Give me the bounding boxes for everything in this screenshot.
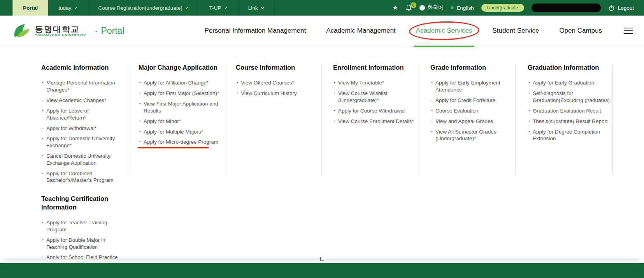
section-title: Major Change Application (139, 63, 221, 72)
external-link-icon: ↗ (74, 5, 77, 11)
tab-course-registration[interactable]: Course Registration(undergraduate) ↗ (88, 0, 199, 16)
role-badge: Undergraduate (481, 4, 524, 12)
academic-services-mega-menu: Academic Information Manage Personal Inf… (0, 46, 644, 259)
logo-separator-dot: · (95, 28, 97, 36)
column-divider (419, 63, 419, 176)
active-nav-underline (414, 46, 475, 47)
column-divider (612, 63, 613, 176)
menu-item[interactable]: Apply for Early Graduation (528, 79, 610, 86)
top-utility-bar: Portal tuday ↗ Course Registration(under… (0, 0, 644, 16)
menu-item[interactable]: Apply for School Field Practice (41, 254, 124, 259)
section-title: Grade Information (430, 63, 513, 72)
menu-item[interactable]: Apply for Affiliation Change* (139, 79, 221, 86)
tab-tuday[interactable]: tuday ↗ (48, 0, 88, 16)
nav-open-campus[interactable]: Open Campus (559, 16, 602, 46)
menu-column-graduation-information: Graduation Information Apply for Early G… (528, 63, 625, 259)
tab-link-dropdown[interactable]: Link (238, 0, 275, 16)
external-link-icon: ↗ (224, 5, 228, 11)
menu-column-course-information: Course Information View Offered Courses*… (236, 63, 333, 259)
menu-item[interactable]: Apply for Leave of Absence/Return* (41, 107, 124, 121)
tab-t-up[interactable]: T-UP ↗ (199, 0, 238, 16)
menu-item[interactable]: View My Timetable* (333, 79, 416, 86)
logo-portal-label: Portal (101, 26, 124, 36)
university-logo-icon (12, 23, 31, 39)
nav-student-service[interactable]: Student Service (492, 16, 539, 46)
section-title: Graduation Information (528, 63, 610, 72)
menu-item[interactable]: Apply for Multiple Majors* (139, 128, 221, 135)
column-divider (515, 63, 516, 176)
menu-item[interactable]: Apply for First Major (Selection)* (139, 90, 221, 97)
column-divider (128, 63, 128, 176)
menu-item[interactable]: View Course Wishlist (Undergraduate)* (333, 90, 416, 104)
menu-item[interactable]: Apply for Withdrawal* (41, 125, 124, 132)
main-header: 동명대학교 TONGMYONG UNIVERSITY · Portal Pers… (0, 16, 644, 46)
chevron-down-icon (261, 7, 265, 9)
menu-item[interactable]: View All Semester Grades (Undergraduate)… (430, 128, 513, 143)
language-korean-label: 한국어 (428, 4, 444, 11)
logo-portal-suffix: · Portal (95, 26, 124, 36)
external-link-icon: ↗ (185, 5, 189, 11)
column-divider (321, 63, 322, 176)
menu-item[interactable]: Course Evaluation (430, 107, 513, 114)
section-title: Course Information (236, 63, 318, 72)
language-english-button[interactable]: English (451, 5, 474, 11)
logo-korean-name: 동명대학교 (35, 25, 86, 33)
portal-tabs: Portal tuday ↗ Course Registration(under… (12, 0, 275, 16)
menu-item[interactable]: Apply for Early Employment Attendance (430, 79, 513, 93)
column-divider (225, 63, 225, 176)
language-inactive-icon (419, 5, 425, 11)
section-title: Teaching Certification Information (41, 195, 124, 211)
university-logo[interactable]: 동명대학교 TONGMYONG UNIVERSITY · Portal (12, 23, 125, 39)
menu-item[interactable]: Manage Personal Information Changes* (41, 79, 124, 93)
menu-column-grade-information: Grade Information Apply for Early Employ… (430, 63, 528, 259)
logout-button[interactable]: Logout (608, 5, 634, 11)
redacted-username (532, 4, 601, 12)
nav-academic-services[interactable]: Academic Services (416, 16, 472, 46)
menu-item[interactable]: View Offered Courses* (236, 79, 318, 86)
menu-hamburger-icon[interactable] (624, 28, 633, 34)
menu-item[interactable]: Apply for Teacher Training Program (41, 219, 124, 233)
menu-item[interactable]: View Curriculum History (236, 90, 318, 97)
menu-item[interactable]: Self-diagnosis for Graduation(Excluding … (528, 90, 610, 104)
logo-english-name: TONGMYONG UNIVERSITY (35, 33, 86, 37)
tab-portal[interactable]: Portal (12, 0, 48, 16)
favorites-star-icon[interactable]: ★ (393, 5, 398, 11)
nav-personal-information-management[interactable]: Personal Information Management (204, 16, 306, 46)
menu-column-major-change-application: Major Change Application Apply for Affil… (139, 63, 236, 259)
main-navigation: Personal Information Management Academic… (204, 16, 602, 46)
logo-text: 동명대학교 TONGMYONG UNIVERSITY (35, 25, 86, 37)
menu-item[interactable]: View Course Enrollment Details* (333, 118, 416, 125)
menu-item[interactable]: Apply for Combined Bachelor's/Master's P… (41, 170, 124, 184)
language-korean-button[interactable]: 한국어 (419, 4, 444, 11)
notifications-button[interactable]: 0 (405, 4, 412, 12)
menu-column-enrollment-information: Enrollment Information View My Timetable… (333, 63, 430, 259)
menu-item[interactable]: Apply for Minor* (139, 118, 221, 125)
footer-bar (0, 263, 644, 278)
menu-bottom-handle (320, 257, 324, 261)
menu-item[interactable]: Apply for Degree Completion Extension (528, 128, 610, 143)
menu-item[interactable]: Apply for Course Withdrawal (333, 107, 416, 114)
annotation-red-underline (137, 147, 209, 148)
logout-label: Logout (618, 5, 634, 11)
menu-item[interactable]: View Academic Changes* (41, 97, 124, 104)
menu-item[interactable]: Cancel Domestic University Exchange Appl… (41, 153, 124, 167)
topbar-right-cluster: ★ 0 한국어 English Undergraduate Logout (393, 0, 644, 16)
menu-item[interactable]: Graduation Evaluation Result (528, 107, 610, 114)
menu-item[interactable]: Apply for Credit Forfeiture (430, 97, 513, 104)
power-icon (608, 5, 615, 11)
section-title: Enrollment Information (333, 63, 416, 72)
menu-item[interactable]: View and Appeal Grades (430, 118, 513, 125)
language-active-icon (451, 6, 454, 9)
menu-item[interactable]: Apply for Domestic University Exchange* (41, 135, 124, 149)
menu-item[interactable]: Apply for Double Major in Teaching Quali… (41, 237, 124, 251)
nav-academic-management[interactable]: Academic Management (326, 16, 396, 46)
menu-item[interactable]: Thesis(substitute) Result Report (528, 118, 610, 125)
section-title: Academic Information (41, 63, 124, 72)
language-english-label: English (456, 5, 474, 11)
menu-column-academic-information: Academic Information Manage Personal Inf… (41, 63, 139, 259)
menu-item[interactable]: View First Major Application and Results (139, 100, 221, 114)
menu-item-micro-degree[interactable]: Apply for Micro-degree Program (139, 139, 221, 146)
notification-count-badge: 0 (411, 2, 416, 8)
